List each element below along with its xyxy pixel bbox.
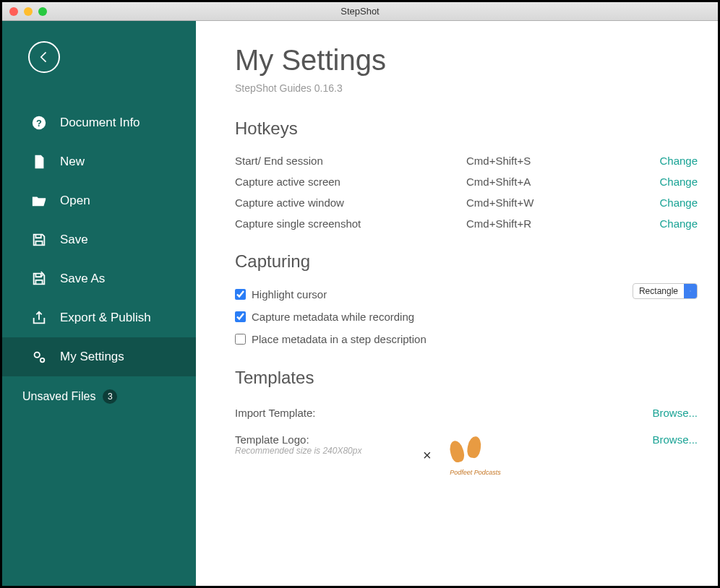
- place-metadata-row: Place metadata in a step description: [235, 328, 633, 350]
- sidebar-item-label: Save As: [60, 272, 105, 286]
- hotkey-label: Capture active window: [235, 196, 466, 209]
- fullscreen-window-icon[interactable]: [38, 7, 47, 16]
- highlight-cursor-row: Highlight cursor: [235, 283, 633, 306]
- capturing-heading: Capturing: [235, 251, 698, 272]
- cursor-shape-value: Rectangle: [633, 286, 684, 296]
- hotkey-value: Cmd+Shift+S: [466, 155, 659, 167]
- templates-heading: Templates: [235, 368, 698, 388]
- sidebar-item-label: Export & Publish: [60, 311, 151, 325]
- sidebar-item-label: My Settings: [60, 350, 124, 364]
- hotkey-value: Cmd+Shift+R: [466, 217, 659, 230]
- file-icon: [31, 154, 47, 170]
- sidebar-item-export-publish[interactable]: Export & Publish: [2, 298, 196, 337]
- template-logo-hint: Recommended size is 240X80px: [235, 446, 423, 456]
- hotkey-row-single-screenshot: Capture single screenshot Cmd+Shift+R Ch…: [235, 213, 698, 234]
- traffic-lights: [2, 7, 47, 16]
- cursor-shape-select[interactable]: Rectangle: [633, 283, 698, 299]
- hotkey-label: Capture single screenshot: [235, 217, 466, 230]
- template-logo-label: Template Logo:: [235, 433, 423, 446]
- gears-icon: [31, 349, 47, 365]
- sidebar-item-new[interactable]: New: [2, 142, 196, 181]
- titlebar: StepShot: [2, 2, 718, 21]
- back-button[interactable]: [28, 41, 60, 73]
- close-window-icon[interactable]: [9, 7, 18, 16]
- capture-metadata-row: Capture metadata while recording: [235, 306, 633, 328]
- sidebar-item-save[interactable]: Save: [2, 220, 196, 259]
- template-logo-image: Podfeet Podcasts: [437, 433, 502, 477]
- hotkey-label: Start/ End session: [235, 155, 466, 167]
- help-circle-icon: ?: [31, 115, 47, 131]
- place-metadata-label: Place metadata in a step description: [252, 333, 427, 345]
- hotkey-label: Capture active screen: [235, 176, 466, 188]
- share-icon: [31, 310, 47, 326]
- highlight-cursor-label: Highlight cursor: [252, 288, 327, 301]
- chevron-updown-icon: [684, 284, 697, 298]
- sidebar-item-label: Open: [60, 194, 90, 208]
- hotkey-row-start-end: Start/ End session Cmd+Shift+S Change: [235, 150, 698, 171]
- sidebar-item-label: Document Info: [60, 116, 140, 130]
- hotkey-value: Cmd+Shift+A: [466, 176, 659, 188]
- folder-open-icon: [31, 193, 47, 209]
- minimize-window-icon[interactable]: [24, 7, 33, 16]
- unsaved-count-badge: 3: [103, 389, 117, 404]
- hotkey-row-active-screen: Capture active screen Cmd+Shift+A Change: [235, 171, 698, 192]
- import-template-row: Import Template: Browse...: [235, 399, 698, 426]
- sidebar-item-label: Save: [60, 233, 88, 247]
- sidebar-item-document-info[interactable]: ? Document Info: [2, 103, 196, 142]
- template-logo-row: Template Logo: Recommended size is 240X8…: [235, 426, 698, 484]
- change-hotkey-link[interactable]: Change: [659, 155, 698, 167]
- page-title: My Settings: [235, 44, 698, 77]
- unsaved-files-label: Unsaved Files: [22, 390, 95, 403]
- svg-point-3: [40, 358, 45, 363]
- change-hotkey-link[interactable]: Change: [659, 196, 698, 209]
- capture-metadata-checkbox[interactable]: [235, 311, 246, 322]
- main-content: My Settings StepShot Guides 0.16.3 Hotke…: [196, 21, 718, 586]
- hotkey-row-active-window: Capture active window Cmd+Shift+W Change: [235, 192, 698, 213]
- window-title: StepShot: [340, 6, 380, 17]
- change-hotkey-link[interactable]: Change: [659, 217, 698, 230]
- svg-text:?: ?: [36, 118, 42, 129]
- app-version: StepShot Guides 0.16.3: [235, 82, 698, 94]
- sidebar-item-save-as[interactable]: Save As: [2, 259, 196, 298]
- svg-point-2: [35, 353, 40, 358]
- sidebar-item-open[interactable]: Open: [2, 181, 196, 220]
- highlight-cursor-checkbox[interactable]: [235, 289, 246, 300]
- sidebar-item-my-settings[interactable]: My Settings: [2, 337, 196, 376]
- sidebar: ? Document Info New Open Save: [2, 21, 196, 586]
- hotkey-value: Cmd+Shift+W: [466, 196, 659, 209]
- change-hotkey-link[interactable]: Change: [659, 176, 698, 188]
- remove-logo-icon[interactable]: ×: [423, 447, 432, 464]
- arrow-left-icon: [37, 50, 51, 64]
- logo-text: Podfeet Podcasts: [450, 470, 501, 477]
- save-icon: [31, 232, 47, 248]
- hotkeys-heading: Hotkeys: [235, 118, 698, 139]
- template-logo-browse[interactable]: Browse...: [652, 433, 698, 446]
- capture-metadata-label: Capture metadata while recording: [252, 311, 414, 323]
- sidebar-item-label: New: [60, 155, 85, 169]
- save-as-icon: [31, 271, 47, 287]
- import-template-browse[interactable]: Browse...: [652, 407, 698, 419]
- place-metadata-checkbox[interactable]: [235, 334, 246, 345]
- unsaved-files[interactable]: Unsaved Files 3: [2, 376, 196, 417]
- import-template-label: Import Template:: [235, 407, 423, 419]
